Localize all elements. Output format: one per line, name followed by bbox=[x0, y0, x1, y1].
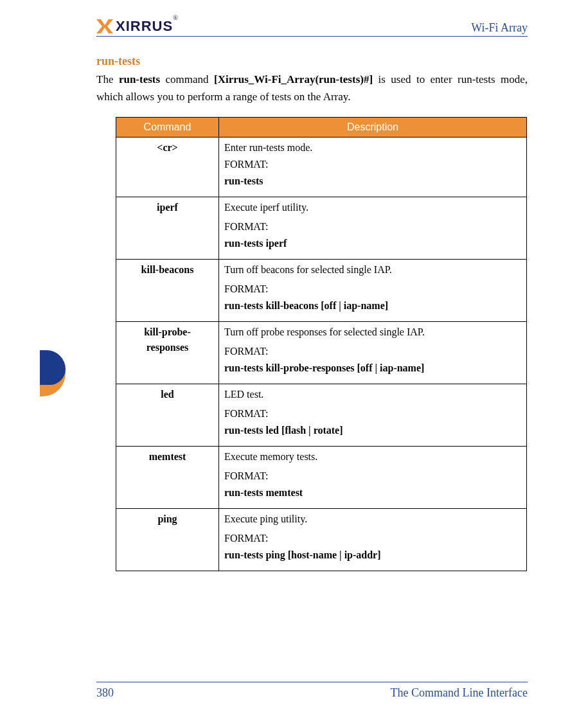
description-cell: Turn off beacons for selected single IAP… bbox=[219, 260, 527, 322]
brand-name: XIRRUS® bbox=[116, 18, 178, 35]
section-tab-icon bbox=[40, 350, 66, 396]
format-label: FORMAT: bbox=[224, 406, 521, 422]
brand-mark-icon bbox=[96, 19, 113, 33]
intro-text: command bbox=[160, 73, 214, 85]
format-label: FORMAT: bbox=[224, 219, 521, 235]
table-row: ping Execute ping utility.FORMAT:run-tes… bbox=[116, 509, 527, 571]
format-value: run-tests kill-probe-responses [off | ia… bbox=[224, 360, 521, 376]
format-value: run-tests bbox=[224, 173, 521, 189]
command-name: iperf bbox=[157, 202, 178, 213]
command-name: kill-probe-responses bbox=[144, 326, 191, 353]
format-label: FORMAT: bbox=[224, 531, 521, 546]
command-cell: memtest bbox=[116, 447, 219, 509]
command-name: ping bbox=[157, 513, 177, 524]
format-label: FORMAT: bbox=[224, 157, 521, 172]
format-value: run-tests kill-beacons [off | iap-name] bbox=[224, 298, 521, 314]
table-row: <cr>Enter run-tests mode.FORMAT:run-test… bbox=[116, 138, 527, 197]
page-content: XIRRUS® Wi-Fi Array run-tests The run-te… bbox=[96, 18, 528, 571]
command-cell: <cr> bbox=[116, 138, 219, 197]
table-header-row: Command Description bbox=[116, 118, 527, 138]
description-text: Execute iperf utility. bbox=[224, 200, 521, 215]
document-page: XIRRUS® Wi-Fi Array run-tests The run-te… bbox=[0, 0, 579, 728]
format-value: run-tests led [flash | rotate] bbox=[224, 423, 521, 438]
table-header-description: Description bbox=[219, 118, 527, 138]
table-row: kill-probe-responses Turn off probe resp… bbox=[116, 322, 527, 384]
command-name: led bbox=[161, 389, 174, 400]
format-value: run-tests ping [host-name | ip-addr] bbox=[224, 547, 521, 563]
command-cell: kill-probe-responses bbox=[116, 322, 219, 384]
section-heading: run-tests bbox=[96, 55, 528, 68]
format-label: FORMAT: bbox=[224, 281, 521, 297]
product-name: Wi-Fi Array bbox=[471, 21, 528, 35]
command-cell: ping bbox=[116, 509, 219, 571]
page-header: XIRRUS® Wi-Fi Array bbox=[96, 18, 528, 37]
chapter-title: The Command Line Interface bbox=[391, 686, 528, 700]
command-cell: led bbox=[116, 384, 219, 447]
brand-name-text: XIRRUS bbox=[116, 18, 173, 34]
command-table: Command Description <cr>Enter run-tests … bbox=[116, 117, 527, 571]
description-text: Turn off beacons for selected single IAP… bbox=[224, 262, 521, 278]
intro-bold-prompt: [Xirrus_Wi-Fi_Array(run-tests)#] bbox=[214, 73, 373, 85]
command-cell: kill-beacons bbox=[116, 260, 219, 322]
description-cell: Execute iperf utility.FORMAT:run-tests i… bbox=[219, 197, 527, 260]
description-text: Enter run-tests mode. bbox=[224, 140, 521, 155]
table-row: iperf Execute iperf utility.FORMAT:run-t… bbox=[116, 197, 527, 260]
command-name: <cr> bbox=[157, 142, 177, 153]
table-row: ledLED test.FORMAT:run-tests led [flash … bbox=[116, 384, 527, 447]
description-cell: LED test.FORMAT:run-tests led [flash | r… bbox=[219, 384, 527, 447]
command-name: kill-beacons bbox=[141, 264, 194, 275]
intro-text: The bbox=[96, 73, 119, 85]
table-row: kill-beaconsTurn off beacons for selecte… bbox=[116, 260, 527, 322]
brand-logo: XIRRUS® bbox=[96, 18, 178, 35]
command-cell: iperf bbox=[116, 197, 219, 260]
description-text: LED test. bbox=[224, 387, 521, 402]
description-text: Execute ping utility. bbox=[224, 511, 521, 527]
description-cell: Execute memory tests.FORMAT:run-tests me… bbox=[219, 447, 527, 509]
registered-mark-icon: ® bbox=[173, 14, 178, 21]
description-cell: Turn off probe responses for selected si… bbox=[219, 322, 527, 384]
description-text: Turn off probe responses for selected si… bbox=[224, 324, 521, 340]
format-label: FORMAT: bbox=[224, 468, 521, 484]
page-number: 380 bbox=[96, 686, 114, 700]
intro-paragraph: The run-tests command [Xirrus_Wi-Fi_Arra… bbox=[96, 71, 528, 105]
description-cell: Enter run-tests mode.FORMAT:run-tests bbox=[219, 138, 527, 197]
intro-bold-command: run-tests bbox=[119, 73, 160, 85]
description-cell: Execute ping utility.FORMAT:run-tests pi… bbox=[219, 509, 527, 571]
page-footer: 380 The Command Line Interface bbox=[96, 682, 528, 700]
format-value: run-tests iperf bbox=[224, 236, 521, 251]
description-text: Execute memory tests. bbox=[224, 449, 521, 465]
format-label: FORMAT: bbox=[224, 344, 521, 359]
command-name: memtest bbox=[149, 451, 186, 462]
table-header-command: Command bbox=[116, 118, 219, 138]
format-value: run-tests memtest bbox=[224, 485, 521, 501]
table-row: memtest Execute memory tests.FORMAT:run-… bbox=[116, 447, 527, 509]
svg-marker-0 bbox=[96, 19, 113, 33]
